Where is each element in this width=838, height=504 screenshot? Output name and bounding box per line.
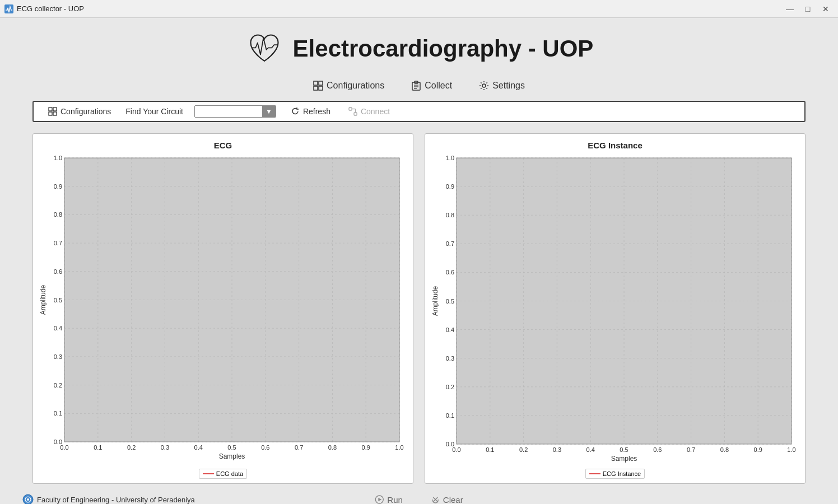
- close-button[interactable]: ✕: [818, 3, 834, 15]
- toolbar-bar: Configurations Find Your Circuit ▼ Refre…: [32, 101, 806, 122]
- svg-rect-16: [354, 113, 357, 115]
- ecg-chart-title: ECG: [39, 141, 407, 150]
- grid-icon: [313, 81, 323, 91]
- svg-rect-11: [49, 108, 52, 111]
- window-title: ECG collector - UOP: [17, 4, 84, 13]
- ecg-instance-chart-canvas: [431, 152, 799, 464]
- app-icon: [4, 4, 13, 13]
- refresh-icon: [291, 107, 300, 116]
- ecg-legend-label: ECG data: [216, 470, 243, 477]
- footer-logo-icon: [22, 494, 34, 504]
- ecg-chart-legend: ECG data: [39, 469, 407, 479]
- svg-rect-14: [53, 112, 57, 115]
- run-icon: [375, 495, 384, 504]
- dropdown-arrow-icon[interactable]: ▼: [262, 106, 276, 117]
- bottom-bar: Faculty of Engineering - University of P…: [0, 489, 838, 504]
- ecg-instance-chart-box: ECG Instance ECG Instance: [425, 133, 806, 484]
- circuit-dropdown-value: [195, 110, 262, 113]
- minimize-button[interactable]: —: [782, 3, 798, 15]
- ecg-chart-canvas: [39, 152, 407, 462]
- charts-row: ECG ECG data ECG Instance ECG Instance: [32, 133, 806, 484]
- ecg-instance-chart-wrapper: [431, 152, 799, 466]
- toolbar-refresh[interactable]: Refresh: [287, 105, 334, 118]
- svg-rect-15: [349, 108, 352, 110]
- ecg-legend-line: [203, 473, 214, 474]
- toolbar-connect: Connect: [345, 105, 393, 118]
- ecg-chart-wrapper: [39, 152, 407, 466]
- toolbar-connect-label: Connect: [361, 107, 390, 116]
- connect-icon: [348, 107, 357, 116]
- run-button[interactable]: Run: [369, 493, 408, 505]
- run-button-label: Run: [387, 495, 403, 505]
- clipboard-icon: [411, 81, 421, 91]
- svg-rect-3: [314, 86, 318, 90]
- clear-button-label: Clear: [443, 495, 463, 505]
- clear-button[interactable]: Clear: [425, 493, 469, 505]
- nav-settings[interactable]: Settings: [474, 78, 529, 93]
- ecg-instance-legend-label: ECG Instance: [603, 470, 641, 477]
- footer: Faculty of Engineering - University of P…: [22, 494, 195, 504]
- svg-rect-2: [319, 81, 323, 85]
- ecg-instance-legend-line: [589, 473, 600, 474]
- ecg-heart-icon: [245, 29, 284, 68]
- nav-collect-label: Collect: [425, 81, 452, 91]
- ecg-instance-legend-item: ECG Instance: [585, 469, 645, 479]
- nav-settings-label: Settings: [492, 81, 525, 91]
- nav-configurations-label: Configurations: [327, 81, 384, 91]
- svg-rect-12: [53, 108, 57, 111]
- toolbar-grid-icon: [48, 107, 57, 116]
- toolbar-refresh-label: Refresh: [303, 107, 330, 116]
- clear-icon: [431, 495, 440, 504]
- svg-rect-1: [314, 81, 318, 85]
- svg-rect-13: [49, 112, 52, 115]
- maximize-button[interactable]: □: [800, 3, 816, 15]
- app-header: Electrocardiography - UOP: [245, 29, 594, 68]
- svg-rect-4: [319, 86, 323, 90]
- ecg-legend-item: ECG data: [199, 469, 247, 479]
- main-content: Electrocardiography - UOP Configurations…: [0, 18, 838, 489]
- nav-collect[interactable]: Collect: [407, 78, 457, 93]
- circuit-dropdown[interactable]: ▼: [194, 105, 276, 118]
- footer-text: Faculty of Engineering - University of P…: [37, 496, 195, 504]
- gear-icon: [479, 81, 489, 91]
- nav-configurations[interactable]: Configurations: [309, 78, 389, 93]
- svg-point-21: [27, 498, 29, 501]
- app-title: Electrocardiography - UOP: [293, 35, 594, 62]
- ecg-chart-box: ECG ECG data: [32, 133, 413, 484]
- ecg-instance-chart-title: ECG Instance: [431, 141, 799, 150]
- svg-marker-23: [378, 498, 381, 501]
- toolbar-configurations-label: Configurations: [60, 107, 111, 116]
- svg-point-10: [482, 84, 486, 87]
- top-nav: Configurations Collect Settings: [309, 78, 529, 93]
- toolbar-configurations[interactable]: Configurations: [45, 105, 114, 118]
- toolbar-find-label: Find Your Circuit: [125, 107, 183, 116]
- title-bar: ECG collector - UOP — □ ✕: [0, 0, 838, 18]
- ecg-instance-chart-legend: ECG Instance: [431, 469, 799, 479]
- bottom-actions: Run Clear: [369, 493, 468, 505]
